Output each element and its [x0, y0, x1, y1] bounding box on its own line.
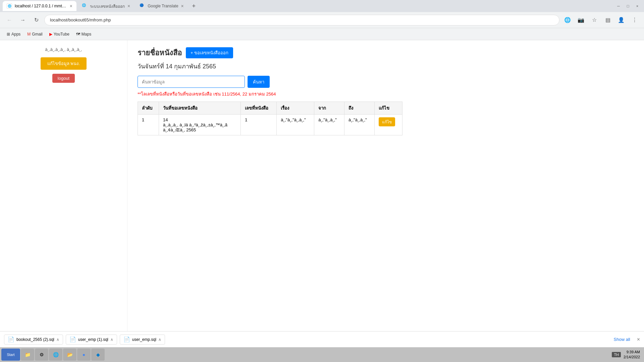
col-order: ลำดับ	[138, 102, 159, 115]
book-table: ลำดับ วันที่ขอเลขหนังสือ เลขที่หนังสือ เ…	[138, 102, 402, 135]
maximize-button[interactable]: □	[624, 2, 632, 10]
add-book-button[interactable]: + ขอเลขหนังสือออก	[186, 47, 233, 58]
taskbar-right: TH 9:39 AM 2/14/2022	[612, 350, 643, 360]
screenshot-button[interactable]: 📷	[576, 15, 586, 25]
tab-3[interactable]: 🔵 Google Translate ×	[136, 1, 188, 11]
start-button[interactable]: Start	[1, 349, 20, 361]
cell-book-number: 1	[241, 115, 277, 135]
start-label: Start	[7, 353, 14, 357]
refresh-button[interactable]: ↻	[31, 15, 42, 25]
col-subject: เรื่อง	[277, 102, 314, 115]
bookmark-button[interactable]: ☆	[589, 15, 600, 25]
close-window-button[interactable]: ×	[633, 2, 641, 10]
taskbar-time-text: 9:39 AM	[624, 350, 640, 355]
download-name-2: user_emp (1).sql	[78, 337, 108, 342]
vscode-icon: ◆	[95, 351, 101, 358]
download-file-icon-3: 📄	[123, 336, 130, 343]
language-indicator: TH	[612, 352, 621, 357]
bookmark-maps-label: Maps	[82, 32, 91, 37]
bookmark-gmail-label: Gmail	[32, 32, 42, 37]
bookmark-youtube[interactable]: ▶ YouTube	[47, 31, 72, 38]
tab-1-favicon: 🌐	[7, 3, 12, 9]
search-button[interactable]: ค้นหา	[248, 76, 270, 88]
cell-order: 1	[138, 115, 159, 135]
sidebar-title: à¸,à¸,à¸,à¸, à¸,à¸,à¸,	[45, 47, 82, 52]
download-chevron-1[interactable]: ∧	[56, 337, 59, 342]
col-from: จาก	[314, 102, 344, 115]
download-item-2: 📄 user_emp (1).sql ∧	[66, 335, 117, 345]
gmail-icon: M	[27, 32, 31, 37]
profile-button[interactable]: 👤	[616, 15, 627, 25]
search-row: ค้นหา	[138, 76, 634, 88]
tab-1[interactable]: 🌐 localhost / 127.0.0.1 / mmtc_book... ×	[3, 1, 76, 11]
download-chevron-2[interactable]: ∧	[110, 337, 113, 342]
download-file-icon-1: 📄	[8, 336, 14, 343]
tab-2-close[interactable]: ×	[127, 3, 130, 9]
col-to: ถึง	[344, 102, 374, 115]
tab-1-label: localhost / 127.0.0.1 / mmtc_book...	[15, 4, 67, 8]
bookmark-apps-label: Apps	[11, 32, 20, 37]
download-name-1: bookout_2565 (2).sql	[16, 337, 54, 342]
apps-icon: ⊞	[7, 32, 10, 37]
sidebar-toggle-button[interactable]: ▤	[602, 15, 613, 25]
cell-edit[interactable]: แก้ไข	[374, 115, 402, 135]
search-input[interactable]	[138, 76, 245, 88]
col-date: วันที่ขอเลขหนังสือ	[159, 102, 241, 115]
tab-2-label: ระบบเลขหนังสือออก	[90, 3, 125, 9]
browser-frame: 🌐 localhost / 127.0.0.1 / mmtc_book... ×…	[0, 0, 644, 362]
taskbar: Start 📁 ⚙ 🌐 📂 ● ◆ TH 9:39 AM 2/14/2022	[0, 347, 644, 362]
taskbar-file-manager[interactable]: 📁	[21, 349, 34, 361]
folder-icon: 📂	[66, 351, 73, 358]
page-title-row: รายชื่อหนังสือ + ขอเลขหนังสือออก	[138, 47, 634, 59]
bookmark-gmail[interactable]: M Gmail	[24, 31, 45, 38]
tab-3-favicon: 🔵	[140, 3, 145, 9]
content-area: à¸,à¸,à¸,à¸, à¸,à¸,à¸, แก้ไขข้อมูล พนง. …	[0, 40, 644, 331]
page-date: วันจันทร์ที่ 14 กุมภาพันธ์ 2565	[138, 61, 634, 71]
translate-button[interactable]: 🌐	[562, 15, 573, 25]
youtube-icon: ▶	[49, 32, 52, 37]
new-tab-button[interactable]: +	[189, 1, 199, 11]
forward-button[interactable]: →	[17, 15, 28, 25]
logout-button[interactable]: logout	[52, 74, 75, 83]
minimize-button[interactable]: ─	[614, 2, 623, 10]
url-text: localhost/bookout65/mfrom.php	[50, 17, 111, 22]
bookmarks-bar: ⊞ Apps M Gmail ▶ YouTube 🗺 Maps	[0, 28, 644, 40]
browser-icon: 🌐	[52, 351, 59, 358]
menu-button[interactable]: ⋮	[629, 15, 640, 25]
taskbar-clock: 9:39 AM 2/14/2022	[624, 350, 640, 360]
back-button[interactable]: ←	[4, 15, 15, 25]
window-controls: ─ □ ×	[614, 2, 641, 10]
tab-1-close[interactable]: ×	[70, 3, 72, 9]
download-name-3: user_emp.sql	[132, 337, 156, 342]
sidebar: à¸,à¸,à¸,à¸, à¸,à¸,à¸, แก้ไขข้อมูล พนง. …	[0, 40, 127, 331]
taskbar-browser[interactable]: 🌐	[49, 349, 62, 361]
edit-info-button[interactable]: แก้ไขข้อมูล พนง.	[41, 57, 87, 70]
main-content: รายชื่อหนังสือ + ขอเลขหนังสือออก วันจันท…	[127, 40, 644, 331]
tab-3-close[interactable]: ×	[181, 3, 184, 9]
taskbar-settings[interactable]: ⚙	[35, 349, 48, 361]
address-bar: ← → ↻ localhost/bookout65/mfrom.php 🌐 📷 …	[0, 12, 644, 28]
tab-3-label: Google Translate	[148, 4, 178, 8]
file-manager-icon: 📁	[24, 351, 31, 358]
download-chevron-3[interactable]: ∧	[158, 337, 161, 342]
url-bar[interactable]: localhost/bookout65/mfrom.php	[44, 15, 559, 25]
cell-from: à¸,"à¸,à¸,"	[314, 115, 344, 135]
cell-subject: à¸,"à¸,"à¸,à¸,"	[277, 115, 314, 135]
col-book-number: เลขที่หนังสือ	[241, 102, 277, 115]
taskbar-folder[interactable]: 📂	[63, 349, 76, 361]
settings-icon: ⚙	[38, 351, 45, 358]
tab-2-favicon: 🌐	[82, 3, 87, 9]
bookmark-apps[interactable]: ⊞ Apps	[4, 31, 23, 38]
close-download-bar-button[interactable]: ×	[637, 337, 640, 343]
page-title-text: รายชื่อหนังสือ	[138, 47, 182, 59]
chrome-icon: ●	[80, 351, 87, 358]
title-bar: 🌐 localhost / 127.0.0.1 / mmtc_book... ×…	[0, 0, 644, 12]
taskbar-vscode[interactable]: ◆	[91, 349, 105, 361]
tab-2[interactable]: 🌐 ระบบเลขหนังสือออก ×	[78, 1, 134, 11]
table-row: 1 14 à¸,à¸,à¸, à¸,lä à¸,²à¸,žà¸,±à¸,™à¸,…	[138, 115, 402, 135]
row-edit-button[interactable]: แก้ไข	[379, 117, 395, 126]
show-all-button[interactable]: Show all	[610, 336, 634, 343]
taskbar-chrome[interactable]: ●	[77, 349, 91, 361]
download-file-icon-2: 📄	[69, 336, 76, 343]
bookmark-maps[interactable]: 🗺 Maps	[73, 31, 94, 38]
